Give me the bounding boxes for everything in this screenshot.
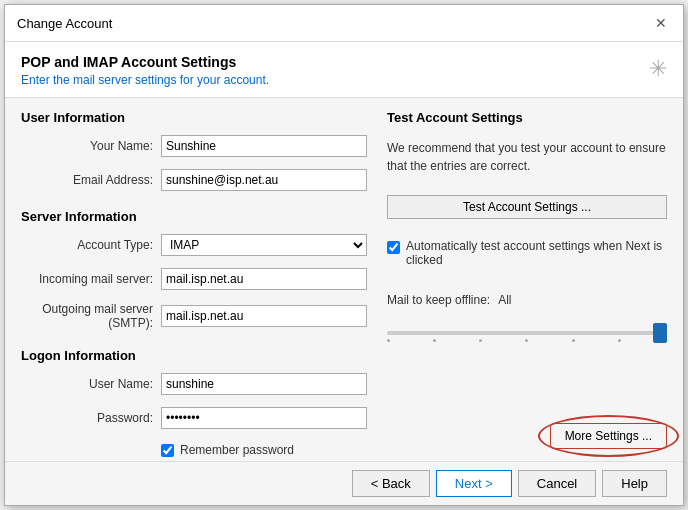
slider-dot xyxy=(572,339,575,342)
dialog-title: Change Account xyxy=(17,16,112,31)
header-account-link[interactable]: your account xyxy=(197,73,266,87)
slider-dot xyxy=(618,339,621,342)
account-type-row: Account Type: IMAP POP3 xyxy=(21,234,367,256)
header-subtitle-post: . xyxy=(266,73,269,87)
offline-slider-thumb[interactable] xyxy=(653,323,667,343)
header-subtitle: Enter the mail server settings for your … xyxy=(21,73,269,87)
cancel-button[interactable]: Cancel xyxy=(518,470,596,497)
remember-password-label: Remember password xyxy=(180,443,294,457)
header-subtitle-pre: Enter the mail server settings for xyxy=(21,73,197,87)
more-settings-wrapper: More Settings ... xyxy=(550,423,667,449)
offline-value: All xyxy=(498,293,511,307)
password-label: Password: xyxy=(21,411,161,425)
change-account-dialog: Change Account ✕ POP and IMAP Account Se… xyxy=(4,4,684,506)
more-settings-button[interactable]: More Settings ... xyxy=(550,423,667,449)
remember-password-row: Remember password xyxy=(161,443,367,457)
password-row: Password: xyxy=(21,407,367,429)
help-button[interactable]: Help xyxy=(602,470,667,497)
email-label: Email Address: xyxy=(21,173,161,187)
incoming-server-input[interactable] xyxy=(161,268,367,290)
test-account-title: Test Account Settings xyxy=(387,110,667,125)
server-info-section-title: Server Information xyxy=(21,209,367,224)
slider-dot xyxy=(433,339,436,342)
offline-label: Mail to keep offline: xyxy=(387,293,490,307)
slider-dots xyxy=(387,339,667,342)
right-panel: Test Account Settings We recommend that … xyxy=(387,110,667,449)
snowflake-icon: ✳ xyxy=(649,56,667,82)
test-account-desc: We recommend that you test your account … xyxy=(387,139,667,175)
next-button[interactable]: Next > xyxy=(436,470,512,497)
email-input[interactable] xyxy=(161,169,367,191)
auto-test-row: Automatically test account settings when… xyxy=(387,239,667,267)
password-input[interactable] xyxy=(161,407,367,429)
slider-dot xyxy=(479,339,482,342)
user-info-section-title: User Information xyxy=(21,110,367,125)
header-title: POP and IMAP Account Settings xyxy=(21,54,269,70)
outgoing-server-label: Outgoing mail server (SMTP): xyxy=(21,302,161,330)
email-row: Email Address: xyxy=(21,169,367,191)
title-bar: Change Account ✕ xyxy=(5,5,683,42)
remember-password-checkbox[interactable] xyxy=(161,444,174,457)
slider-dot xyxy=(525,339,528,342)
close-button[interactable]: ✕ xyxy=(651,13,671,33)
your-name-label: Your Name: xyxy=(21,139,161,153)
back-button[interactable]: < Back xyxy=(352,470,430,497)
more-settings-area: More Settings ... xyxy=(387,423,667,449)
account-type-select[interactable]: IMAP POP3 xyxy=(161,234,367,256)
outgoing-server-row: Outgoing mail server (SMTP): xyxy=(21,302,367,330)
offline-slider-container xyxy=(387,331,667,342)
outgoing-server-input[interactable] xyxy=(161,305,367,327)
slider-dot xyxy=(387,339,390,342)
incoming-server-label: Incoming mail server: xyxy=(21,272,161,286)
your-name-input[interactable] xyxy=(161,135,367,157)
logon-info-section-title: Logon Information xyxy=(21,348,367,363)
test-account-settings-button[interactable]: Test Account Settings ... xyxy=(387,195,667,219)
your-name-row: Your Name: xyxy=(21,135,367,157)
header-section: POP and IMAP Account Settings Enter the … xyxy=(5,42,683,98)
left-panel: User Information Your Name: Email Addres… xyxy=(21,110,367,449)
content-area: User Information Your Name: Email Addres… xyxy=(5,98,683,461)
auto-test-label: Automatically test account settings when… xyxy=(406,239,667,267)
offline-row: Mail to keep offline: All xyxy=(387,293,667,307)
account-type-label: Account Type: xyxy=(21,238,161,252)
username-label: User Name: xyxy=(21,377,161,391)
username-row: User Name: xyxy=(21,373,367,395)
auto-test-checkbox[interactable] xyxy=(387,241,400,254)
footer: < Back Next > Cancel Help xyxy=(5,461,683,505)
incoming-server-row: Incoming mail server: xyxy=(21,268,367,290)
username-input[interactable] xyxy=(161,373,367,395)
offline-slider-track xyxy=(387,331,667,335)
